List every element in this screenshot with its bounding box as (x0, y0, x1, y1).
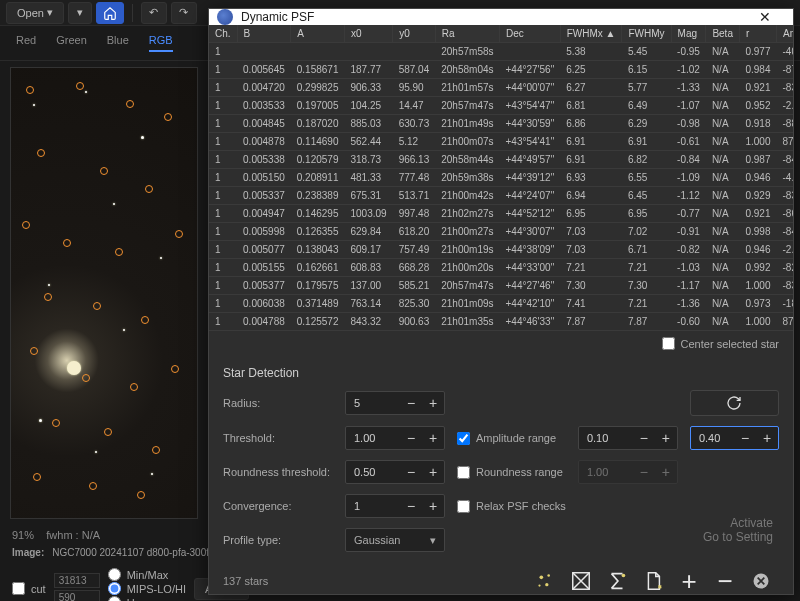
cut-lo-input[interactable] (54, 590, 100, 602)
undo-button[interactable]: ↶ (141, 2, 167, 24)
clear-button[interactable] (743, 566, 779, 596)
table-row[interactable]: 10.0051500.208911481.33777.4820h59m38s+4… (209, 169, 793, 187)
table-row[interactable]: 10.0060380.371489763.14825.3021h01m09s+4… (209, 295, 793, 313)
section-star-detection: Star Detection (209, 356, 793, 386)
add-button[interactable]: + (671, 566, 707, 596)
label-profile: Profile type: (223, 534, 333, 546)
table-row[interactable]: 10.0053370.238389675.31513.7121h00m42s+4… (209, 187, 793, 205)
svg-point-3 (538, 584, 540, 586)
clear-icon (751, 571, 771, 591)
refresh-icon (726, 395, 742, 411)
column-header[interactable]: A (291, 25, 345, 43)
plus-icon[interactable]: + (422, 392, 444, 414)
round-hi-stepper: −+ (578, 460, 678, 484)
label-roundness: Roundness threshold: (223, 466, 333, 478)
table-row[interactable]: 120h57m58s5.385.45-0.95N/A0.977-40.77 (209, 43, 793, 61)
radio-user[interactable]: User (108, 596, 186, 601)
export-button[interactable] (635, 566, 671, 596)
dialog-titlebar[interactable]: Dynamic PSF ✕ (209, 9, 793, 25)
dialog-title: Dynamic PSF (241, 10, 314, 24)
svg-point-1 (547, 574, 550, 577)
roundness-stepper[interactable]: −+ (345, 460, 445, 484)
cut-hi-input[interactable] (54, 573, 100, 588)
svg-point-5 (622, 574, 626, 578)
profile-select[interactable]: Gaussian▾ (345, 528, 445, 552)
image-preview[interactable] (10, 67, 198, 519)
column-header[interactable]: Mag (671, 25, 706, 43)
column-header[interactable]: B (237, 25, 291, 43)
column-header[interactable]: Ch. (209, 25, 237, 43)
table-row[interactable]: 10.0048780.114690562.445.1221h00m07s+43°… (209, 133, 793, 151)
table-row[interactable]: 10.0049470.1462951003.09997.4821h02m27s+… (209, 205, 793, 223)
app-icon (217, 9, 233, 25)
psf-table[interactable]: Ch.BAx0y0RaDecFWHMx ▲FWHMyMagBetarAngleR… (209, 25, 793, 331)
column-header[interactable]: FWHMy (622, 25, 671, 43)
radio-mipslohi[interactable]: MIPS-LO/HI (108, 582, 186, 595)
image-label: Image: (12, 547, 44, 558)
radio-minmax[interactable]: Min/Max (108, 568, 186, 581)
table-row[interactable]: 10.0056450.158671187.77587.0420h58m04s+4… (209, 61, 793, 79)
dynamic-psf-dialog: Dynamic PSF ✕ Ch.BAx0y0RaDecFWHMx ▲FWHMy… (208, 8, 794, 595)
tab-red[interactable]: Red (16, 34, 36, 52)
crossed-box-button[interactable] (563, 566, 599, 596)
close-icon[interactable]: ✕ (745, 9, 785, 25)
radius-stepper[interactable]: − + (345, 391, 445, 415)
dropdown-button[interactable]: ▾ (68, 2, 92, 24)
convergence-stepper[interactable]: −+ (345, 494, 445, 518)
center-selected-checkbox[interactable]: Center selected star (662, 337, 779, 350)
chevron-down-icon: ▾ (430, 534, 436, 547)
column-header[interactable]: Ra (435, 25, 499, 43)
svg-point-2 (545, 583, 548, 586)
column-header[interactable]: Dec (500, 25, 561, 43)
tab-green[interactable]: Green (56, 34, 87, 52)
column-header[interactable]: x0 (345, 25, 393, 43)
column-header[interactable]: r (739, 25, 776, 43)
tab-blue[interactable]: Blue (107, 34, 129, 52)
relax-psf-checkbox[interactable]: Relax PSF checks (457, 500, 566, 513)
home-button[interactable] (96, 2, 124, 24)
label-convergence: Convergence: (223, 500, 333, 512)
table-row[interactable]: 10.0050770.138043609.17757.4921h00m19s+4… (209, 241, 793, 259)
table-row[interactable]: 10.0035330.197005104.2514.4720h57m47s+43… (209, 97, 793, 115)
sparkle-icon (534, 570, 556, 592)
home-icon (103, 6, 117, 20)
amp-lo-stepper[interactable]: −+ (578, 426, 678, 450)
label-radius: Radius: (223, 397, 333, 409)
star-count: 137 stars (223, 575, 343, 587)
table-row[interactable]: 10.0047200.299825906.3395.9021h01m57s+44… (209, 79, 793, 97)
cut-checkbox[interactable]: cut (12, 582, 46, 595)
table-row[interactable]: 10.0053380.120579318.73966.1320h58m44s+4… (209, 151, 793, 169)
redo-button[interactable]: ↷ (171, 2, 197, 24)
sigma-star-button[interactable] (599, 566, 635, 596)
remove-button[interactable]: − (707, 566, 743, 596)
tab-rgb[interactable]: RGB (149, 34, 173, 52)
refresh-button[interactable] (690, 390, 779, 416)
table-row[interactable]: 10.0059980.126355629.84618.2021h00m27s+4… (209, 223, 793, 241)
detect-stars-button[interactable] (527, 566, 563, 596)
open-button[interactable]: Open ▾ (6, 2, 64, 24)
threshold-stepper[interactable]: −+ (345, 426, 445, 450)
label-threshold: Threshold: (223, 432, 333, 444)
minus-icon[interactable]: − (400, 392, 422, 414)
column-header[interactable]: Beta (706, 25, 740, 43)
sigma-icon (606, 570, 628, 592)
amplitude-range-checkbox[interactable]: Amplitude range (457, 432, 566, 445)
column-header[interactable]: FWHMx ▲ (560, 25, 622, 43)
crossed-box-icon (570, 570, 592, 592)
document-export-icon (642, 570, 664, 592)
table-row[interactable]: 10.0047880.125572843.32900.6321h01m35s+4… (209, 313, 793, 331)
amp-hi-stepper[interactable]: −+ (690, 426, 779, 450)
column-header[interactable]: y0 (393, 25, 436, 43)
table-row[interactable]: 10.0051550.162661608.83668.2821h00m20s+4… (209, 259, 793, 277)
svg-point-0 (540, 576, 544, 580)
table-row[interactable]: 10.0053770.179575137.00585.2120h57m47s+4… (209, 277, 793, 295)
roundness-range-checkbox[interactable]: Roundness range (457, 466, 566, 479)
table-row[interactable]: 10.0048450.187020885.03630.7321h01m49s+4… (209, 115, 793, 133)
column-header[interactable]: Angle (776, 25, 793, 43)
